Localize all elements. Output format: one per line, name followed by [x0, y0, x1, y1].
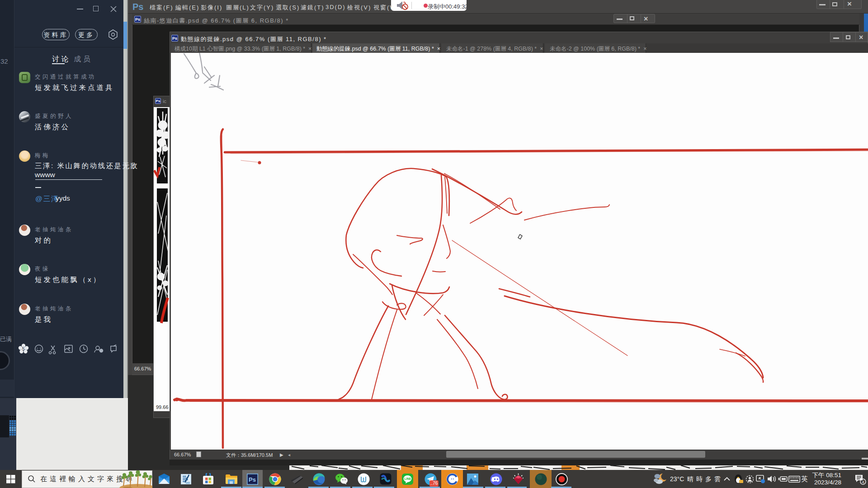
svg-text:5: 5	[22, 347, 25, 352]
svg-text:LINE: LINE	[405, 477, 411, 480]
svg-text:Ps: Ps	[249, 476, 256, 483]
svg-text:4: 4	[862, 480, 864, 484]
svg-text:99.66: 99.66	[156, 404, 169, 410]
